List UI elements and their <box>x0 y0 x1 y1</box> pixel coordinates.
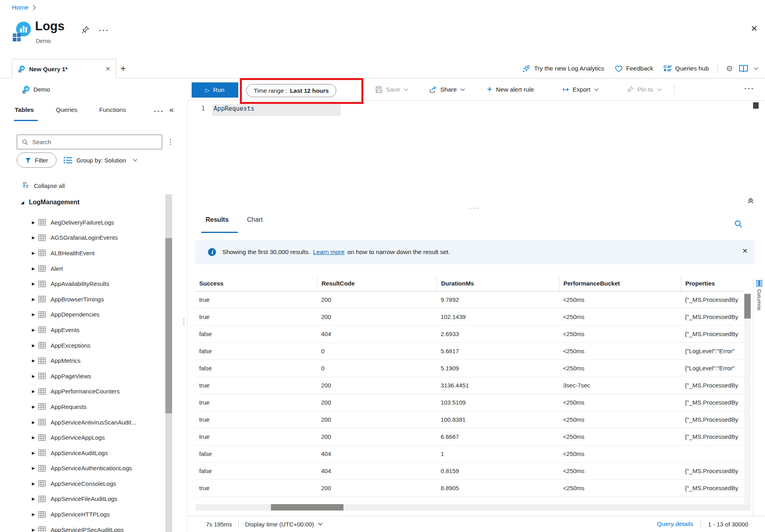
expand-arrow-icon[interactable]: ▶ <box>32 528 38 532</box>
tree-item[interactable]: ▶AppServiceFileAuditLogs <box>0 491 164 507</box>
pin-to-button[interactable]: Pin to <box>626 78 662 100</box>
search-input[interactable] <box>32 139 157 145</box>
gear-icon[interactable]: ⚙ <box>726 64 733 73</box>
collapse-sidebar-icon[interactable]: « <box>169 105 174 114</box>
share-button[interactable]: Share <box>429 78 465 100</box>
save-button[interactable]: Save <box>375 78 408 100</box>
expand-arrow-icon[interactable]: ▶ <box>32 420 38 424</box>
table-row[interactable]: true2003136.44513sec-7sec{"_MS.Processed… <box>195 377 744 394</box>
table-row[interactable]: false05.1909<250ms{"LogLevel":"Error" <box>195 360 744 377</box>
query-text[interactable]: AppRequests <box>214 105 255 112</box>
tab-new-query-1[interactable]: New Query 1* ✕ <box>12 59 116 78</box>
expand-arrow-icon[interactable]: ▶ <box>32 466 38 470</box>
tree-item[interactable]: ▶AGSGrafanaLoginEvents <box>0 230 164 246</box>
tree-item[interactable]: ▶AppServiceIPSecAuditLogs <box>0 522 164 532</box>
table-row[interactable]: true2008.8905<250ms{"_MS.ProcessedBy <box>195 480 744 497</box>
filter-button[interactable]: Filter <box>17 153 57 168</box>
tab-close-icon[interactable]: ✕ <box>105 65 110 72</box>
sidebar-search[interactable] <box>17 135 162 149</box>
table-row[interactable]: true200100.8381<250ms{"_MS.ProcessedBy <box>195 411 744 428</box>
scope-selector[interactable]: Demo <box>22 78 50 100</box>
expand-arrow-icon[interactable]: ▶ <box>32 328 38 332</box>
learn-more-link[interactable]: Learn more <box>313 248 345 256</box>
try-new-log-analytics-button[interactable]: Try the new Log Analytics <box>522 65 604 72</box>
tree-item[interactable]: ▶AppExceptions <box>0 338 164 353</box>
tab-queries[interactable]: Queries <box>56 106 77 113</box>
side-pane-icon[interactable] <box>738 65 749 72</box>
editor-scrollbar-thumb[interactable] <box>753 102 759 109</box>
query-details-link[interactable]: Query details <box>657 520 693 528</box>
expand-arrow-icon[interactable]: ▶ <box>32 497 38 501</box>
tree-item[interactable]: ▶AppServiceHTTPLogs <box>0 507 164 522</box>
table-row[interactable]: false4041<250ms <box>195 446 744 463</box>
run-button[interactable]: ▷ Run <box>192 82 238 98</box>
new-tab-button[interactable]: + <box>120 63 126 74</box>
search-more-button[interactable]: ⋮ <box>167 139 174 145</box>
sidebar-scrollbar[interactable] <box>165 194 172 532</box>
time-range-picker[interactable]: Time range : Last 12 hours <box>246 84 336 97</box>
group-by-selector[interactable]: Group by: Solution <box>64 153 137 168</box>
expand-arrow-icon[interactable]: ▶ <box>32 282 38 286</box>
table-row[interactable]: true200102.1439<250ms{"_MS.ProcessedBy <box>195 309 744 326</box>
tree-item[interactable]: ▶AppEvents <box>0 322 164 338</box>
expand-arrow-icon[interactable]: ▶ <box>32 405 38 409</box>
expand-arrow-icon[interactable]: ▶ <box>32 235 38 240</box>
collapse-editor-icon[interactable] <box>747 198 754 204</box>
tree-item[interactable]: ▶AppPerformanceCounters <box>0 384 164 399</box>
chevron-down-icon[interactable] <box>754 67 759 70</box>
tree-item[interactable]: ▶Alert <box>0 261 164 276</box>
tree-item[interactable]: ▶AppPageViews <box>0 368 164 384</box>
tree-item[interactable]: ▶AegDeliveryFailureLogs <box>0 215 164 230</box>
collapse-all-button[interactable]: Collapse all <box>22 180 65 191</box>
tree-item[interactable]: ▶AppMetrics <box>0 353 164 368</box>
column-header-durationms[interactable]: DurationMs <box>437 277 559 291</box>
tree-item[interactable]: ▶AppAvailabilityResults <box>0 276 164 291</box>
table-row[interactable]: true2006.6667<250ms{"_MS.ProcessedBy <box>195 428 744 446</box>
pin-icon[interactable] <box>81 25 90 34</box>
sidebar-scrollbar-thumb[interactable] <box>165 238 172 413</box>
table-row[interactable]: true200103.5109<250ms{"_MS.ProcessedBy <box>195 394 744 411</box>
columns-tool-panel[interactable]: Columns <box>753 277 765 516</box>
tab-tables[interactable]: Tables <box>15 106 34 113</box>
expand-arrow-icon[interactable]: ▶ <box>32 220 38 225</box>
queries-hub-button[interactable]: Queries hub <box>664 65 709 72</box>
tab-chart[interactable]: Chart <box>247 216 263 223</box>
tree-group-logmanagement[interactable]: ◢ LogManagement <box>21 199 80 206</box>
results-horizontal-scrollbar[interactable] <box>195 504 751 510</box>
results-vertical-scrollbar[interactable] <box>744 293 751 504</box>
breadcrumb-home-link[interactable]: Home <box>12 4 28 11</box>
results-vertical-scrollbar-thumb[interactable] <box>744 294 751 319</box>
tree-item[interactable]: ▶AppServiceAuthenticationLogs <box>0 461 164 476</box>
display-time-selector[interactable]: Display time (UTC+00:00) <box>245 521 323 528</box>
expand-arrow-icon[interactable]: ▶ <box>32 266 38 271</box>
column-header-performancebucket[interactable]: PerformanceBucket <box>559 277 681 291</box>
export-button[interactable]: ↦ Export <box>563 78 599 100</box>
expand-arrow-icon[interactable]: ▶ <box>32 512 38 516</box>
table-row[interactable]: false4042.6933<250ms{"_MS.ProcessedBy <box>195 326 744 343</box>
expand-arrow-icon[interactable]: ▶ <box>32 343 38 348</box>
expand-arrow-icon[interactable]: ▶ <box>32 389 38 393</box>
expand-arrow-icon[interactable]: ▶ <box>32 435 38 440</box>
expand-arrow-icon[interactable]: ▶ <box>32 251 38 255</box>
tab-results[interactable]: Results <box>206 216 229 223</box>
tab-functions[interactable]: Functions <box>99 106 126 113</box>
results-horizontal-scrollbar-thumb[interactable] <box>271 504 343 510</box>
table-row[interactable]: true2009.7892<250ms{"_MS.ProcessedBy <box>195 291 744 309</box>
expand-arrow-icon[interactable]: ▶ <box>32 297 38 301</box>
tree-item[interactable]: ▶AppDependencies <box>0 307 164 323</box>
table-row[interactable]: false4040.8159<250ms{"_MS.ProcessedBy <box>195 463 744 480</box>
expand-arrow-icon[interactable]: ▶ <box>32 451 38 455</box>
tree-item[interactable]: ▶AppServiceConsoleLogs <box>0 476 164 491</box>
results-search-icon[interactable] <box>734 220 743 228</box>
expand-arrow-icon[interactable]: ▶ <box>32 374 38 378</box>
table-row[interactable]: false05.6817<250ms{"LogLevel":"Error" <box>195 343 744 360</box>
banner-close-icon[interactable]: ✕ <box>742 247 748 255</box>
column-header-resultcode[interactable]: ResultCode <box>317 277 437 291</box>
query-editor[interactable]: 1 AppRequests <box>188 101 765 206</box>
tree-item[interactable]: ▶ALBHealthEvent <box>0 245 164 261</box>
sidebar-more-button[interactable]: ··· <box>154 107 164 115</box>
tree-item[interactable]: ▶AppRequests <box>0 399 164 415</box>
expand-arrow-icon[interactable]: ▶ <box>32 481 38 486</box>
toolbar-more-button[interactable]: ··· <box>744 84 755 92</box>
feedback-button[interactable]: Feedback <box>615 65 653 72</box>
